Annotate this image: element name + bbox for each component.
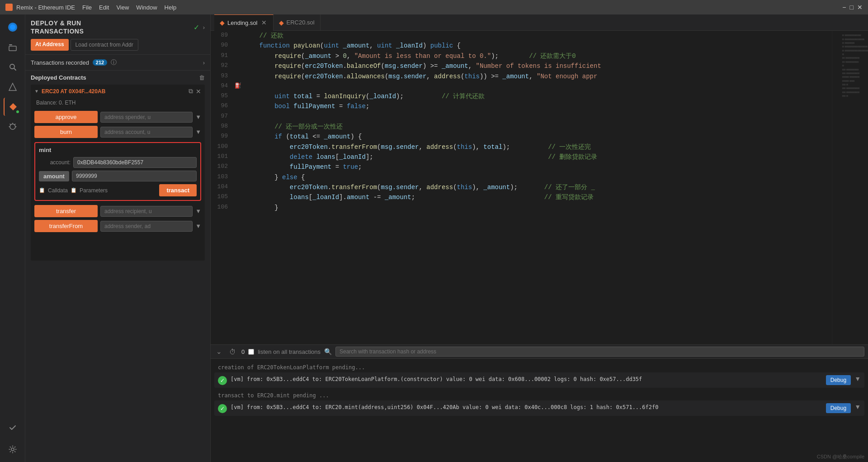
tx-content-1: [vm] from: 0x5B3...eddC4 to: ERC20TokenL… xyxy=(231,375,822,383)
copy-icon[interactable]: ⧉ xyxy=(189,87,193,95)
sidebar-item-remix-logo[interactable] xyxy=(4,18,22,36)
calldata-icon: 📋 xyxy=(39,187,45,193)
contract-chevron-icon: ▼ xyxy=(34,89,39,94)
approve-button[interactable]: approve xyxy=(34,111,98,123)
code-line-103: 103 } else { xyxy=(211,172,832,182)
approve-method-row: approve ▼ xyxy=(31,110,205,124)
code-minimap: ██ ████████████████████ ██ █████████████… xyxy=(832,31,868,344)
menu-file[interactable]: File xyxy=(82,4,92,11)
tx-expand-btn-1[interactable]: ▼ xyxy=(854,375,861,382)
menu-edit[interactable]: Edit xyxy=(99,4,109,11)
editor-area: ◆ Lending.sol ✕ ◆ ERC20.sol 89 // 还款 xyxy=(211,14,868,462)
code-line-105: 105 loans[_loanId].amount -= _amount; //… xyxy=(211,192,832,202)
load-contract-tab[interactable]: Load contract from Addr xyxy=(71,39,138,51)
tx-log: creation of ERC20TokenLoanPlatform pendi… xyxy=(211,359,868,462)
lending-sol-tab-close[interactable]: ✕ xyxy=(260,19,268,26)
code-line-90: 90 function payLoan(uint _amount, uint _… xyxy=(211,41,832,51)
search-icon: 🔍 xyxy=(324,348,332,355)
sidebar-item-file-explorer[interactable] xyxy=(4,38,22,56)
tx-count-label: 0 xyxy=(241,348,245,355)
balance-row: Balance: 0. ETH xyxy=(31,98,205,110)
transfer-method-row: transfer ▼ xyxy=(31,204,205,219)
left-panel: DEPLOY & RUNTRANSACTIONS ✓ › At Address … xyxy=(25,14,211,462)
history-btn[interactable]: ⏱ xyxy=(227,347,238,357)
account-label: account: xyxy=(39,159,71,166)
transfer-from-input[interactable] xyxy=(100,221,193,232)
close-button[interactable]: ✕ xyxy=(857,4,863,11)
deploy-title: DEPLOY & RUNTRANSACTIONS xyxy=(31,19,84,35)
deployed-contracts-section: Deployed Contracts 🗑 ▼ ERC20 AT 0X04F...… xyxy=(25,70,210,266)
sidebar-item-settings[interactable] xyxy=(4,440,22,458)
minimize-button[interactable]: − xyxy=(842,4,846,11)
expand-icon[interactable]: › xyxy=(203,24,205,31)
approve-input[interactable] xyxy=(100,112,193,123)
sidebar-item-testing[interactable] xyxy=(4,419,22,437)
code-line-102: 102 fullPayment = true; xyxy=(211,162,832,172)
editor-tabs: ◆ Lending.sol ✕ ◆ ERC20.sol xyxy=(211,14,868,31)
contract-item-erc20: ▼ ERC20 AT 0X04F...420AB ⧉ ✕ Balance: 0.… xyxy=(31,85,205,261)
debug-button-1[interactable]: Debug xyxy=(826,375,851,385)
calldata-label[interactable]: Calldata xyxy=(48,187,68,194)
collapse-btn[interactable]: ⌄ xyxy=(214,347,224,357)
transfer-from-button[interactable]: transferFrom xyxy=(34,220,98,232)
amount-label-box: amount xyxy=(39,171,69,181)
code-line-98: 98 // 还一部分或一次性还 xyxy=(211,122,832,132)
deploy-header: DEPLOY & RUNTRANSACTIONS ✓ › xyxy=(25,14,210,39)
params-label[interactable]: Parameters xyxy=(80,187,108,194)
tx-expand-btn-2[interactable]: ▼ xyxy=(854,403,861,410)
burn-button[interactable]: burn xyxy=(34,126,98,138)
info-icon[interactable]: ⓘ xyxy=(111,58,117,67)
menu-view[interactable]: View xyxy=(116,4,129,11)
search-input[interactable] xyxy=(335,347,864,357)
sidebar-item-search[interactable] xyxy=(4,58,22,76)
transfer-chevron-icon[interactable]: ▼ xyxy=(195,208,201,214)
transact-button[interactable]: transact xyxy=(159,184,197,196)
debug-button-2[interactable]: Debug xyxy=(826,403,851,413)
code-line-97: 97 xyxy=(211,112,832,122)
mint-title: mint xyxy=(39,147,197,153)
transfer-input[interactable] xyxy=(100,206,193,217)
mint-account-row: account: xyxy=(39,157,197,168)
tx-log-success-2: ✓ [vm] from: 0x5B3...eddC4 to: ERC20.min… xyxy=(214,400,864,416)
approve-chevron-icon[interactable]: ▼ xyxy=(195,114,201,120)
address-tabs: At Address Load contract from Addr xyxy=(25,39,210,54)
mint-amount-input[interactable] xyxy=(72,171,197,181)
code-line-89: 89 // 还款 xyxy=(211,31,832,41)
lending-sol-tab-label: Lending.sol xyxy=(227,19,258,26)
svg-rect-2 xyxy=(9,44,12,45)
contract-item-header[interactable]: ▼ ERC20 AT 0X04F...420AB ⧉ ✕ xyxy=(31,85,205,98)
tab-lending-sol[interactable]: ◆ Lending.sol ✕ xyxy=(214,14,274,31)
burn-chevron-icon[interactable]: ▼ xyxy=(195,129,201,135)
svg-line-10 xyxy=(14,124,15,125)
trash-icon[interactable]: 🗑 xyxy=(199,74,205,81)
mint-account-input[interactable] xyxy=(73,157,197,168)
maximize-button[interactable]: □ xyxy=(850,4,854,11)
code-editor[interactable]: 89 // 还款 90 function payLoan(uint _amoun… xyxy=(211,31,832,344)
watermark: CSDN @哈桑compile xyxy=(817,453,864,460)
burn-input[interactable] xyxy=(100,127,193,138)
svg-marker-6 xyxy=(9,83,16,90)
listen-checkbox[interactable] xyxy=(248,349,254,355)
menu-help[interactable]: Help xyxy=(165,4,177,11)
tx-log-pending-2: transact to ERC20.mint pending ... xyxy=(214,391,864,400)
tx-expand-icon[interactable]: › xyxy=(203,59,205,66)
tab-erc20-sol[interactable]: ◆ ERC20.sol xyxy=(274,14,321,31)
code-line-94: 94 ⛽ xyxy=(211,81,832,91)
code-line-99: 99 if (total <= _amount) { xyxy=(211,132,832,142)
code-line-92: 92 require(erc20Token.balanceOf(msg.send… xyxy=(211,61,832,71)
sidebar-item-solidity-compiler[interactable] xyxy=(4,78,22,96)
svg-line-11 xyxy=(10,124,11,125)
sidebar-item-deploy-run[interactable] xyxy=(4,98,22,116)
app-icon xyxy=(5,4,13,11)
erc20-sol-tab-label: ERC20.sol xyxy=(287,19,315,26)
contract-close-icon[interactable]: ✕ xyxy=(196,88,201,95)
svg-rect-3 xyxy=(9,46,16,51)
transfer-from-chevron-icon[interactable]: ▼ xyxy=(195,223,201,229)
at-address-tab[interactable]: At Address xyxy=(31,39,69,51)
menu-window[interactable]: Window xyxy=(136,4,157,11)
svg-point-1 xyxy=(10,24,15,30)
bottom-panel: ⌄ ⏱ 0 listen on all transactions 🔍 creat… xyxy=(211,344,868,462)
svg-line-5 xyxy=(14,68,16,70)
sidebar-item-debugger[interactable] xyxy=(4,118,22,136)
transfer-button[interactable]: transfer xyxy=(34,205,98,217)
